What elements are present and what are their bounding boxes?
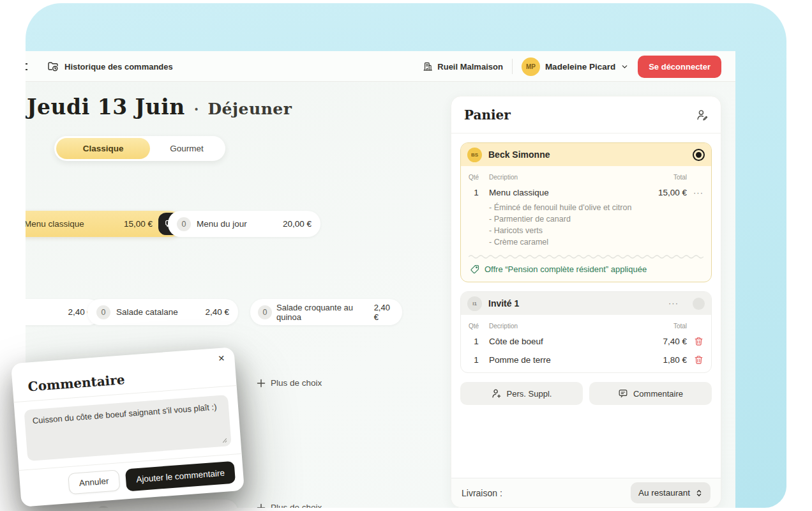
date-title: Jeudi 13 Juin [27,95,185,119]
title-separator: · [194,101,199,118]
offer-label: Offre “Pension complète résident” appliq… [485,264,647,274]
col-desc: Decription [489,323,673,330]
cart-panel: Panier BS Beck Simonne [451,96,721,508]
close-icon[interactable]: ✕ [218,353,225,363]
cancel-button[interactable]: Annuler [68,469,121,494]
item-total: 1,80 € [663,355,687,365]
logout-button[interactable]: Se déconnecter [638,56,721,78]
cart-item-row: 1 Pomme de terre 1,80 € [469,355,703,365]
member-menu-icon[interactable]: ··· [668,300,679,307]
item-name: Pomme de terre [489,355,663,365]
person-plus-icon [492,388,502,399]
item-qty: 1 [469,188,484,197]
plus-icon [257,503,266,508]
comment-textarea[interactable]: Cuisson du côte de boeuf saignant s'il v… [24,395,232,461]
cart-comment-button[interactable]: Commentaire [589,382,712,405]
member-radio-selected[interactable] [693,149,705,161]
add-person-button[interactable]: Pers. Suppl. [460,382,583,405]
comment-modal-title: Commentaire [27,365,221,395]
quantity-badge: 0 [258,305,272,319]
item-total: 15,00 € [658,188,687,197]
tag-icon [470,264,479,274]
starter-item-quinoa[interactable]: 0 Salade croquante au quinoa 2,40 € [250,299,402,325]
building-icon [423,61,433,72]
tab-gourmet[interactable]: Gourmet [150,138,223,159]
delivery-select[interactable]: Au restaurant [631,482,710,503]
comment-text: Cuisson du côte de boeuf saignant s'il v… [32,402,217,425]
detail-line: - Crème caramel [489,236,703,248]
chevron-updown-icon [695,489,703,498]
comment-icon [618,388,628,399]
menu-item-price: 15,00 € [124,219,153,229]
menu-type-tabs: Classique Gourmet [54,136,225,161]
more-choices-link[interactable]: Plus de choix [257,378,322,388]
starter-price: 2,40 € [374,303,395,322]
col-desc: Decription [489,174,673,181]
item-qty: 1 [469,355,484,365]
location-label: Rueil Malmaison [437,62,503,72]
item-name: Côte de boeuf [489,337,663,346]
plus-icon [257,379,266,388]
member-header[interactable]: I1 Invité 1 ··· [461,292,711,315]
member-body: Qté Decription Total 1 Côte de boeuf 7,4… [461,315,711,372]
meal-title: Déjeuner [207,100,292,118]
cart-actions: Pers. Suppl. Commentaire [460,382,712,405]
member-avatar: BS [467,148,482,162]
cart-member-beck: BS Beck Simonne Qté Decription Total [460,142,712,282]
item-name: Menu classique [489,188,658,197]
menu-item-name: Menu classique [26,219,84,229]
col-qty: Qté [469,174,484,181]
member-header[interactable]: BS Beck Simonne [461,143,711,166]
order-history-link[interactable]: Historique des commandes [47,51,173,82]
tab-classique[interactable]: Classique [56,138,150,159]
topbar-right: Rueil Malmaison MP Madeleine Picard Se d… [423,55,721,78]
starter-name: Salade croquante au quinoa [276,303,370,322]
quantity-badge: 0 [96,305,110,319]
add-person-label: Pers. Suppl. [507,389,552,399]
history-icon [47,61,59,72]
trash-icon[interactable] [694,355,703,365]
more-choices-label: Plus de choix [271,503,322,508]
item-total: 7,40 € [663,337,687,346]
detail-line: - Parmentier de canard [489,213,703,225]
screen: Historique des commandes Rueil Malm [0,0,812,511]
cart-item-row: 1 Côte de boeuf 7,40 € [469,337,703,346]
starter-item-catalane[interactable]: 0 Salade catalane 2,40 € [87,299,238,325]
cart-body: BS Beck Simonne Qté Decription Total [451,133,721,414]
comment-modal: ✕ Commentaire Cuisson du côte de boeuf s… [11,347,244,507]
col-qty: Qté [469,323,484,330]
wavy-divider [469,254,703,259]
dessert-item-tarte[interactable]: 0 Tarte aux pommes 3,60 € [87,500,238,508]
cart-footer: Livraison : Au restaurant [451,478,721,507]
more-choices-label: Plus de choix [271,378,322,388]
delivery-label: Livraison : [462,488,502,498]
user-name: Madeleine Picard [545,62,615,72]
avatar: MP [522,57,540,76]
item-details: - Émincé de fenouil huile d'olive et cit… [489,202,703,248]
clipped-menu-icon [26,63,27,70]
cart-title: Panier [464,107,511,123]
menu-item-name: Menu du jour [197,219,247,229]
cart-item-row: 1 Menu classique 15,00 € ··· [469,188,703,197]
edit-person-icon[interactable] [696,109,708,121]
add-comment-button[interactable]: Ajouter le commentaire [125,461,236,492]
detail-line: - Haricots verts [489,225,703,236]
item-qty: 1 [469,337,484,346]
menu-item-du-jour[interactable]: 0 Menu du jour 20,00 € [168,211,320,237]
location-selector[interactable]: Rueil Malmaison [423,61,503,72]
more-choices-link[interactable]: Plus de choix [257,503,322,508]
resize-grip-icon[interactable] [222,438,228,443]
member-body: Qté Decription Total 1 Menu classique 15… [461,166,711,282]
topbar-divider [512,59,513,74]
item-menu-icon[interactable]: ··· [693,190,703,196]
topbar: Historique des commandes Rueil Malm [26,51,735,82]
cart-comment-label: Commentaire [633,389,683,399]
member-name: Invité 1 [488,298,519,309]
member-radio-unselected[interactable] [693,298,705,310]
quantity-badge: 0 [96,506,110,508]
chevron-down-icon [620,63,629,71]
menu-item-classique[interactable]: Menu classique 15,00 € 1 [26,211,183,237]
trash-icon[interactable] [694,337,703,346]
user-menu[interactable]: MP Madeleine Picard [522,57,629,76]
member-name: Beck Simonne [488,149,550,160]
